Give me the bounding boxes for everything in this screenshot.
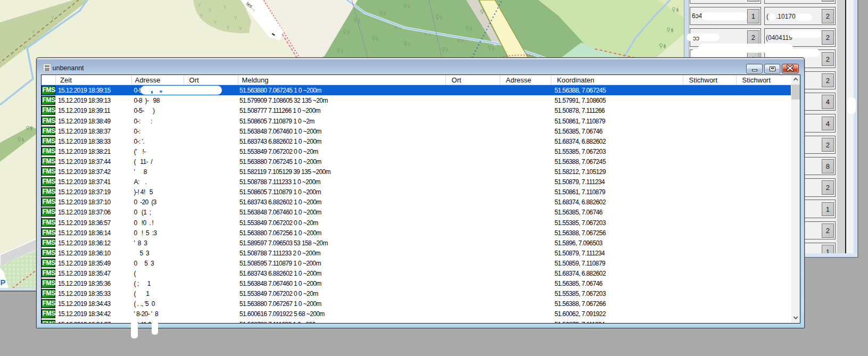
svg-text:P: P: [1, 278, 6, 287]
